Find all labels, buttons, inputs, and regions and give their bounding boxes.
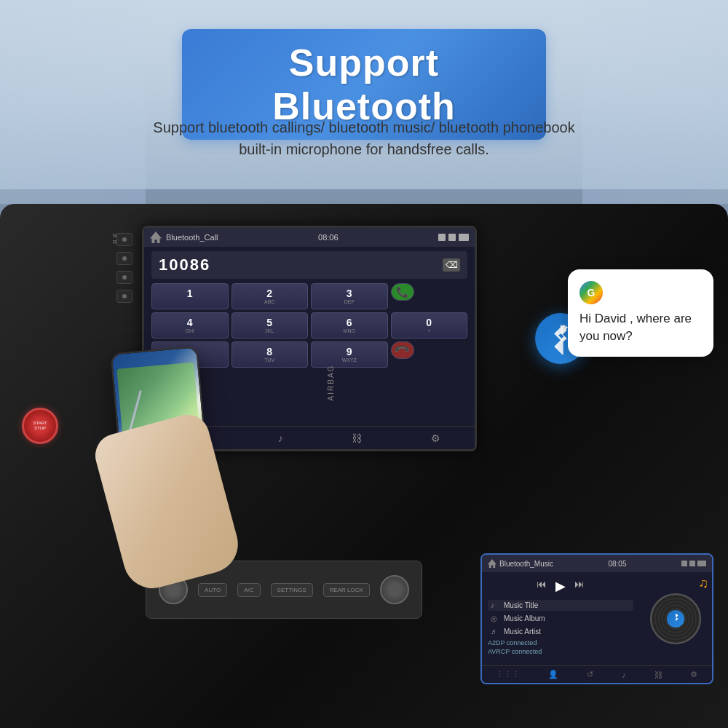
screen-status-icons xyxy=(438,234,469,241)
note-icon: ♪ xyxy=(491,601,499,609)
artist-row: ♬ Music Artist xyxy=(488,626,633,637)
vinyl-center xyxy=(667,610,684,628)
phone-number-display: 10086 ⌫ xyxy=(151,251,467,279)
music-status-icon2 xyxy=(689,561,695,566)
hand-phone-area: Barcelona ʼ xyxy=(95,349,240,582)
music-home-icon xyxy=(488,559,496,568)
ac-btn-auto[interactable]: AUTO xyxy=(198,583,227,597)
dial-key-3[interactable]: 3 DEF xyxy=(311,283,388,309)
track-title-row: ♪ Music Title xyxy=(488,600,633,611)
album-row: ◎ Music Album xyxy=(488,613,633,624)
album-name: Music Album xyxy=(504,614,545,622)
backspace-button[interactable]: ⌫ xyxy=(443,258,460,272)
vinyl-record xyxy=(650,593,701,644)
dial-key-call[interactable]: 📞 xyxy=(391,283,414,301)
music-status-icon1 xyxy=(681,561,687,566)
dial-key-5[interactable]: 5 JKL xyxy=(232,312,309,339)
music-bottom-nav: ⋮⋮⋮ 👤 ↺ ♪ ⛓ ⚙ xyxy=(482,665,712,683)
play-button[interactable]: ▶ xyxy=(555,578,566,594)
side-buttons xyxy=(116,233,132,303)
prev-button[interactable]: ⏮ xyxy=(537,578,547,594)
dial-key-8[interactable]: 8 TUV xyxy=(232,341,309,368)
subtitle-line1: Support bluetooth callings/ bluetooth mu… xyxy=(153,119,574,135)
home-icon[interactable] xyxy=(150,232,162,243)
music-nav-refresh[interactable]: ↺ xyxy=(587,670,593,679)
music-player-mini: Bluetooth_Music 08:05 ⏮ ▶ ⏭ ♪ Music Titl… xyxy=(480,553,713,684)
music-nav-settings[interactable]: ⚙ xyxy=(690,670,697,679)
music-info: ⏮ ▶ ⏭ ♪ Music Title ◎ Music Album ♬ Musi… xyxy=(482,572,639,665)
side-btn-vol[interactable] xyxy=(116,290,132,303)
ac-btn-ac[interactable]: A/C xyxy=(237,583,260,597)
phone-number: 10086 xyxy=(159,256,210,274)
ignition-button[interactable]: STARTSTOP xyxy=(22,408,58,444)
next-button[interactable]: ⏭ xyxy=(574,578,585,594)
dial-key-6[interactable]: 6 MNO xyxy=(311,312,388,339)
assistant-message: Hi David , where are you now? xyxy=(579,310,702,345)
badge-title: Support Bluetooth xyxy=(226,41,502,128)
artist-icon: ♬ xyxy=(491,628,499,636)
dial-key-9[interactable]: 9 WXYZ xyxy=(311,341,388,368)
music-nav-link[interactable]: ⛓ xyxy=(654,670,662,679)
screen-title: Bluetooth_Call xyxy=(166,233,218,242)
track-title: Music Title xyxy=(504,601,538,609)
album-icon: ◎ xyxy=(491,614,499,622)
dial-key-1[interactable]: 1 xyxy=(151,283,229,309)
music-vinyl-area: ♫ xyxy=(639,572,712,665)
nav-icon-music[interactable]: ♪ xyxy=(278,432,283,444)
music-topbar: Bluetooth_Music 08:05 xyxy=(482,555,712,572)
ac-btn-rearlock[interactable]: REAR LOCK xyxy=(323,583,370,597)
subtitle-text: Support bluetooth callings/ bluetooth mu… xyxy=(87,116,641,160)
signal-icon xyxy=(438,234,446,241)
battery-icon xyxy=(459,234,469,241)
side-btn-back[interactable] xyxy=(116,271,132,284)
side-btn-power[interactable] xyxy=(116,233,132,246)
music-notes-icon: ♫ xyxy=(699,576,709,591)
nav-icon-link[interactable]: ⛓ xyxy=(352,432,362,444)
dial-key-0[interactable]: 0 + xyxy=(391,312,468,339)
ac-knob-right[interactable] xyxy=(380,575,409,604)
hand-shape xyxy=(90,410,244,595)
nav-icon-settings[interactable]: ⚙ xyxy=(431,432,440,444)
dial-key-end[interactable]: 📞 xyxy=(391,341,414,359)
side-btn-home[interactable] xyxy=(116,252,132,265)
a2dp-status: A2DP connected xyxy=(488,639,633,646)
music-nav-user[interactable]: 👤 xyxy=(548,670,558,679)
screen-time: 08:06 xyxy=(318,233,339,242)
music-time: 08:05 xyxy=(608,560,626,568)
dial-key-4[interactable]: 4 GHI xyxy=(151,312,229,339)
airbag-label: AIRBAG xyxy=(327,365,335,401)
assistant-header: G xyxy=(579,281,702,304)
google-assistant-icon: G xyxy=(579,281,603,304)
ac-btn-settings[interactable]: SETTINGS xyxy=(271,583,313,597)
artist-name: Music Artist xyxy=(504,628,541,636)
avrcp-status: AVRCP connected xyxy=(488,648,633,655)
music-content: ⏮ ▶ ⏭ ♪ Music Title ◎ Music Album ♬ Musi… xyxy=(482,572,712,665)
subtitle-line2: built-in microphone for handsfree calls. xyxy=(239,141,489,157)
screen-topbar-left: Bluetooth_Call xyxy=(150,232,218,243)
wifi-icon xyxy=(448,234,456,241)
music-screen-title: Bluetooth_Music xyxy=(499,560,553,568)
music-battery-icon xyxy=(697,561,706,566)
bluetooth-vinyl-icon xyxy=(670,612,681,625)
screen-topbar: Bluetooth_Call 08:06 xyxy=(144,228,475,247)
music-nav-apps[interactable]: ⋮⋮⋮ xyxy=(496,670,520,679)
dial-key-2[interactable]: 2 ABC xyxy=(232,283,309,309)
music-nav-note[interactable]: ♪ xyxy=(622,670,626,679)
ignition-label: STARTSTOP xyxy=(33,421,47,431)
music-controls: ⏮ ▶ ⏭ xyxy=(488,578,633,594)
assistant-bubble: G Hi David , where are you now? xyxy=(568,269,713,357)
